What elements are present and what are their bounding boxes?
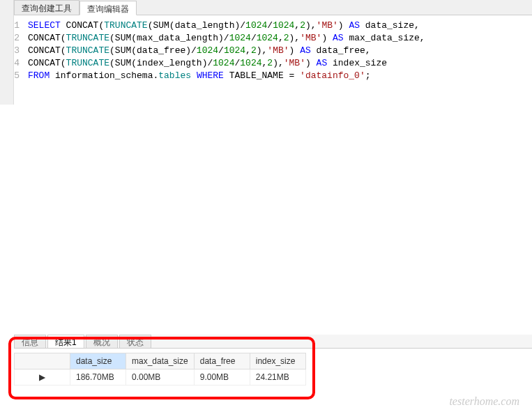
sql-code-editor[interactable]: SELECT CONCAT(TRUNCATE(SUM(data_length)/… (28, 15, 532, 336)
column-header[interactable]: data_size (70, 353, 126, 369)
grid-header-row: data_size max_data_size data_free index_… (15, 353, 306, 369)
top-tabs: 查询创建工具 查询编辑器 (14, 0, 532, 15)
column-header[interactable]: max_data_size (126, 353, 195, 369)
tab-info[interactable]: 信息 (14, 335, 46, 348)
left-strip (0, 0, 14, 105)
grid-data-row[interactable]: ▶ 186.70MB 0.00MB 9.00MB 24.21MB (15, 369, 306, 386)
row-marker-header (15, 353, 70, 369)
result-tabs: 信息 结果1 概况 状态 (14, 335, 532, 349)
tab-query-builder[interactable]: 查询创建工具 (14, 0, 79, 15)
editor-area: 1 2 3 4 5 SELECT CONCAT(TRUNCATE(SUM(dat… (0, 15, 532, 336)
column-header[interactable]: data_free (194, 353, 250, 369)
code-line: CONCAT(TRUNCATE(SUM(index_length)/1024/1… (28, 57, 532, 70)
watermark: testerhome.com (449, 395, 519, 408)
column-header[interactable]: index_size (250, 353, 305, 369)
tab-result1[interactable]: 结果1 (47, 335, 84, 348)
grid-cell[interactable]: 186.70MB (70, 369, 126, 386)
row-marker-icon: ▶ (15, 369, 70, 386)
code-line: SELECT CONCAT(TRUNCATE(SUM(data_length)/… (28, 20, 532, 32)
tab-profile[interactable]: 概况 (86, 335, 118, 348)
grid-cell[interactable]: 24.21MB (250, 369, 305, 386)
code-line: CONCAT(TRUNCATE(SUM(data_free)/1024/1024… (28, 45, 532, 57)
result-grid[interactable]: data_size max_data_size data_free index_… (14, 353, 306, 386)
code-line: FROM information_schema.tables WHERE TAB… (28, 70, 532, 82)
tab-query-editor[interactable]: 查询编辑器 (79, 1, 137, 15)
tab-status[interactable]: 状态 (119, 335, 151, 348)
result-area: 信息 结果1 概况 状态 data_size max_data_size dat… (14, 335, 532, 386)
grid-cell[interactable]: 0.00MB (126, 369, 195, 386)
grid-cell[interactable]: 9.00MB (194, 369, 250, 386)
code-line: CONCAT(TRUNCATE(SUM(max_data_length)/102… (28, 32, 532, 45)
